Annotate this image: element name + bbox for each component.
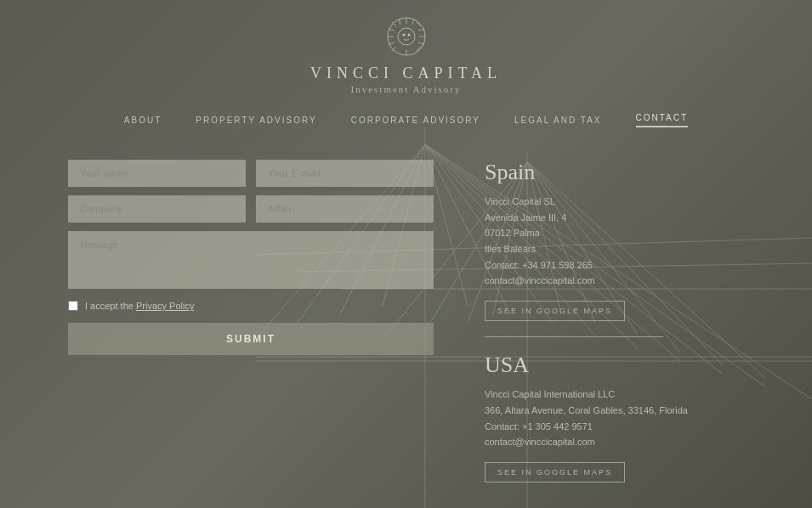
- affair-input[interactable]: [256, 195, 434, 223]
- nav-about[interactable]: ABOUT: [124, 116, 162, 125]
- form-row-company-affair: [68, 195, 434, 223]
- info-section: Spain Vincci Capital SL Avenida Jaime II…: [485, 160, 706, 498]
- usa-info: USA Vincci Capital International LLC 366…: [485, 353, 706, 498]
- svg-point-47: [407, 34, 410, 37]
- usa-address: Vincci Capital International LLC 366, Al…: [485, 387, 706, 450]
- nav: ABOUT PROPERTY ADVISORY CORPORATE ADVISO…: [0, 103, 812, 134]
- svg-line-40: [399, 19, 400, 25]
- spain-info: Spain Vincci Capital SL Avenida Jaime II…: [485, 160, 706, 336]
- header: VINCCI CAPITAL Investment Advisory: [0, 0, 812, 103]
- section-divider: [485, 336, 663, 337]
- svg-line-44: [418, 29, 424, 31]
- logo-emblem: [385, 15, 428, 58]
- email-input[interactable]: [256, 160, 434, 187]
- name-input[interactable]: [68, 160, 246, 187]
- svg-line-42: [389, 29, 395, 31]
- svg-point-31: [398, 28, 415, 45]
- svg-line-43: [389, 42, 395, 44]
- privacy-row: I accept the Privacy Policy: [68, 301, 434, 311]
- nav-corporate-advisory[interactable]: CORPORATE ADVISORY: [351, 116, 480, 125]
- nav-contact[interactable]: CONTACT: [636, 113, 689, 127]
- main-content: I accept the Privacy Policy Submit Spain…: [0, 134, 812, 508]
- form-row-name-email: [68, 160, 434, 187]
- logo-title: VINCCI CAPITAL: [0, 65, 812, 82]
- privacy-policy-link[interactable]: Privacy Policy: [136, 301, 194, 311]
- nav-property-advisory[interactable]: PROPERTY ADVISORY: [196, 116, 316, 125]
- submit-button[interactable]: Submit: [68, 323, 434, 355]
- usa-maps-button[interactable]: SEE IN GOOGLE MAPS: [485, 462, 625, 483]
- spain-maps-button[interactable]: SEE IN GOOGLE MAPS: [485, 301, 625, 321]
- message-textarea[interactable]: [68, 231, 434, 289]
- svg-line-45: [418, 42, 424, 44]
- nav-legal-and-tax[interactable]: LEGAL AND TAX: [514, 116, 602, 125]
- spain-title: Spain: [485, 160, 706, 185]
- usa-title: USA: [485, 353, 706, 378]
- company-input[interactable]: [68, 195, 246, 223]
- svg-point-46: [402, 34, 405, 37]
- privacy-label: I accept the Privacy Policy: [85, 301, 194, 311]
- contact-form: I accept the Privacy Policy Submit: [68, 160, 434, 498]
- logo-subtitle: Investment Advisory: [0, 84, 812, 94]
- privacy-checkbox[interactable]: [68, 301, 78, 311]
- svg-line-41: [412, 19, 414, 25]
- spain-address: Vincci Capital SL Avenida Jaime III, 4 0…: [485, 194, 706, 289]
